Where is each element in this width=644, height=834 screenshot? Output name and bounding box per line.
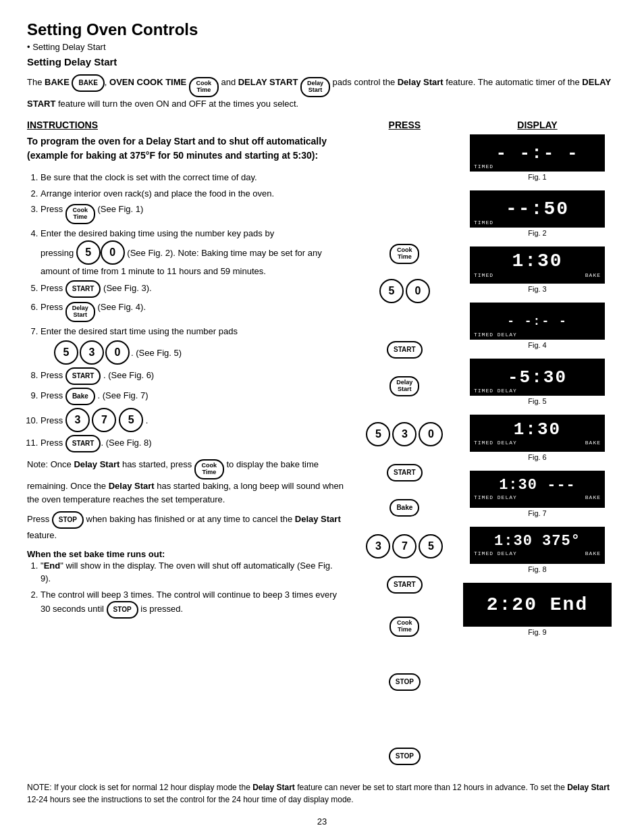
delay-start-button-ref: DelayStart — [300, 77, 330, 97]
steps-list: Be sure that the clock is set with the c… — [41, 171, 345, 452]
step-3: Press CookTime (See Fig. 1) — [41, 203, 345, 224]
num-5-c: 5 — [119, 408, 143, 432]
num-5-inline: 5 — [76, 240, 101, 265]
delay-start-inline-1: DelayStart — [65, 302, 95, 322]
screen-fig9: 2:20 End — [463, 583, 612, 627]
press-num-0-1[interactable]: 0 — [406, 279, 430, 303]
page-title: Setting Oven Controls — [27, 20, 617, 39]
when-item-2: The control will beep 3 times. The contr… — [41, 588, 345, 619]
screen-fig4-label: TIMED DELAY — [474, 332, 517, 338]
num-3-b: 3 — [65, 408, 90, 432]
screen-fig4-text: - -:- - — [507, 315, 568, 328]
display-fig6: 1:30 TIMED DELAY BAKE Fig. 6 — [470, 415, 605, 468]
press-start-btn-3[interactable]: START — [387, 576, 423, 594]
screen-fig3-right: BAKE — [585, 272, 601, 278]
when-item-1: "End" will show in the display. The oven… — [41, 559, 345, 585]
screen-fig7-text: 1:30 --- — [499, 478, 576, 493]
breadcrumb: Setting Delay Start — [27, 42, 617, 52]
cook-time-button-ref: CookTime — [189, 77, 219, 97]
col-instructions-label: INSTRUCTIONS — [27, 120, 352, 130]
screen-fig3-labels: TIMED BAKE — [470, 272, 605, 278]
press-375: 3 7 5 — [366, 534, 443, 561]
press-stop-btn-1[interactable]: STOP — [389, 673, 421, 691]
display-fig3: 1:30 TIMED BAKE Fig. 3 — [470, 246, 605, 300]
step-7: Enter the desired start time using the n… — [41, 325, 345, 365]
step-8: Press START . (See Fig. 6) — [41, 367, 345, 385]
press-start-btn-1[interactable]: START — [387, 341, 423, 359]
press-cook-time-btn-note[interactable]: CookTime — [390, 617, 419, 637]
start-inline-2: START — [65, 367, 101, 385]
num-7: 7 — [92, 408, 116, 432]
screen-fig8-right: BAKE — [585, 550, 601, 556]
start-inline-1: START — [65, 280, 101, 298]
note-stop: Press STOP when baking has finished or a… — [27, 511, 345, 542]
num-0-b: 0 — [105, 340, 130, 365]
fig7-label: Fig. 7 — [528, 509, 547, 517]
screen-fig5: -5:30 TIMED DELAY — [470, 359, 605, 396]
press-start-btn-2[interactable]: START — [387, 464, 423, 481]
display-fig4: - -:- - TIMED DELAY Fig. 4 — [470, 303, 605, 356]
step-6: Press DelayStart (See Fig. 4). — [41, 301, 345, 322]
display-fig5: -5:30 TIMED DELAY Fig. 5 — [470, 359, 605, 412]
press-start-3: START — [387, 576, 423, 596]
screen-fig5-label: TIMED DELAY — [474, 388, 517, 394]
bold-instructions: To program the oven for a Delay Start an… — [27, 134, 345, 163]
screen-fig8-text: 1:30 375° — [494, 534, 581, 549]
screen-fig3-left: TIMED — [474, 272, 493, 278]
screen-fig3-text: 1:30 — [512, 252, 562, 271]
screen-fig8-left: TIMED DELAY — [474, 550, 517, 556]
screen-fig6-text: 1:30 — [514, 421, 561, 438]
press-num-0-2[interactable]: 0 — [419, 422, 443, 446]
note-delay-start: Note: Once Delay Start has started, pres… — [27, 458, 345, 506]
screen-fig2-label: TIMED — [474, 219, 493, 226]
press-num-5-1[interactable]: 5 — [379, 279, 404, 303]
start-inline-3: START — [65, 435, 101, 452]
press-num-5-2[interactable]: 5 — [366, 422, 390, 446]
display-fig8: 1:30 375° TIMED DELAY BAKE Fig. 8 — [470, 527, 605, 580]
press-start-2: START — [387, 464, 423, 484]
screen-fig6-right: BAKE — [585, 440, 601, 446]
stop-inline-1: STOP — [52, 511, 84, 529]
press-num-5-3[interactable]: 5 — [419, 534, 443, 558]
when-title: When the set bake time runs out: — [27, 549, 165, 559]
press-num-7-1[interactable]: 7 — [392, 534, 417, 558]
cook-time-inline-note: CookTime — [194, 459, 224, 479]
stop-inline-2: STOP — [107, 601, 138, 619]
screen-fig6-left: TIMED DELAY — [474, 440, 517, 446]
fig8-label: Fig. 8 — [528, 565, 547, 573]
when-list: "End" will show in the display. The oven… — [41, 559, 345, 619]
fig6-label: Fig. 6 — [528, 453, 547, 461]
page-number: 23 — [27, 816, 617, 827]
step-9: Press Bake . (See Fig. 7) — [41, 388, 345, 405]
fig3-label: Fig. 3 — [528, 285, 547, 293]
bake-button-ref: BAKE — [72, 74, 104, 92]
press-530: 5 3 0 — [366, 422, 443, 449]
num-0-inline: 0 — [101, 240, 125, 265]
screen-fig3: 1:30 TIMED BAKE — [470, 246, 605, 284]
press-start-1: START — [387, 341, 423, 361]
num-5-b: 5 — [54, 340, 78, 365]
screen-fig8-labels: TIMED DELAY BAKE — [470, 550, 605, 556]
screen-fig6-labels: TIMED DELAY BAKE — [470, 440, 605, 446]
display-fig9: 2:20 End Fig. 9 — [463, 583, 612, 643]
columns-header: INSTRUCTIONS PRESS DISPLAY — [27, 120, 617, 130]
press-stop-btn-2[interactable]: STOP — [389, 748, 421, 765]
screen-fig6: 1:30 TIMED DELAY BAKE — [470, 415, 605, 452]
fig4-label: Fig. 4 — [528, 341, 547, 349]
num-3: 3 — [80, 340, 104, 365]
press-bake-btn[interactable]: Bake — [390, 499, 419, 517]
screen-fig9-text: 2:20 End — [487, 596, 588, 615]
screen-fig2: --:50 TIMED — [470, 190, 605, 228]
press-num-3-2[interactable]: 3 — [366, 534, 390, 558]
press-delay-start-btn[interactable]: DelayStart — [390, 376, 419, 396]
press-bake: Bake — [390, 499, 419, 519]
press-num-3-1[interactable]: 3 — [392, 422, 417, 446]
press-stop-1: STOP — [389, 673, 421, 694]
screen-fig7-right: BAKE — [585, 494, 601, 500]
fig2-label: Fig. 2 — [528, 229, 547, 237]
bake-inline-2: Bake — [65, 388, 95, 405]
press-cook-time-btn-1[interactable]: CookTime — [390, 244, 419, 264]
section-title: Setting Delay Start — [27, 56, 617, 68]
col-press-label: PRESS — [352, 120, 458, 130]
fig1-label: Fig. 1 — [528, 173, 547, 181]
